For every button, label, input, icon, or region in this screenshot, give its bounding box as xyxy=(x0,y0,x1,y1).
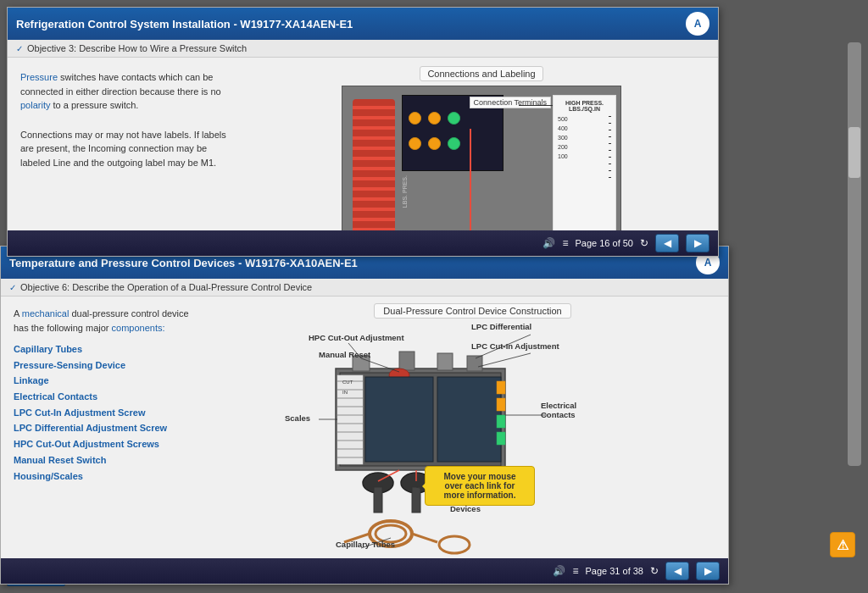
bottom-left-panel: A mechanical dual-pressure control devic… xyxy=(1,296,217,590)
svg-rect-20 xyxy=(437,377,501,462)
bottom-window: Temperature and Pressure Control Devices… xyxy=(0,246,729,585)
pressure-highlight: Pressure xyxy=(20,72,58,82)
pressure-switch-image: HIGH PRESS.LBS./SQ.IN 500400300200100 LB… xyxy=(342,86,621,253)
lpc-cutin-label: LPC Cut-In Adjustment xyxy=(471,341,559,351)
yellow-cap-4 xyxy=(428,137,441,150)
top-menu-icon[interactable]: ≡ xyxy=(562,237,568,249)
polarity-highlight: polarity xyxy=(20,100,50,110)
bottom-right-panel: Dual-Pressure Control Device Constructio… xyxy=(217,296,728,590)
bottom-objective-text: Objective 6: Describe the Operation of a… xyxy=(20,282,312,292)
mechanical-highlight: mechanical xyxy=(22,308,70,319)
warning-badge[interactable]: ⚠ xyxy=(830,532,855,557)
bottom-content-area: A mechanical dual-pressure control devic… xyxy=(1,296,728,590)
terminal-line xyxy=(519,105,553,106)
top-speaker-icon[interactable]: 🔊 xyxy=(542,237,555,249)
bottom-window-bottom-bar: 🔊 ≡ Page 31 of 38 ↻ ◀ ▶ xyxy=(1,558,728,584)
svg-rect-27 xyxy=(374,487,382,513)
spring-visual xyxy=(353,99,395,235)
electrical-contacts-label: ElectricalContacts xyxy=(541,401,576,419)
yellow-caps-row1 xyxy=(409,112,460,125)
link-lpc-cutin[interactable]: LPC Cut-In Adjustment Screw xyxy=(14,405,204,421)
bottom-page-info: Page 31 of 38 xyxy=(585,566,643,576)
bottom-refresh-icon[interactable]: ↻ xyxy=(650,565,659,577)
svg-text:IN: IN xyxy=(342,390,348,395)
top-next-btn[interactable]: ▶ xyxy=(686,234,709,252)
scrollbar[interactable] xyxy=(848,42,861,466)
bottom-check-icon: ✓ xyxy=(9,283,16,292)
diagram-title-wrap: Connections and Labeling xyxy=(420,66,542,81)
top-window: Refrigeration Control System Installatio… xyxy=(7,7,719,257)
link-capillary-tubes[interactable]: Capillary Tubes xyxy=(14,341,204,357)
yellow-cap-1 xyxy=(409,112,421,125)
link-linkage[interactable]: Linkage xyxy=(14,373,204,389)
svg-rect-24 xyxy=(497,432,505,445)
top-page-info: Page 16 of 50 xyxy=(575,238,633,248)
component-list: Capillary Tubes Pressure-Sensing Device … xyxy=(14,341,204,484)
tooltip-text: Move your mouse over each link for more … xyxy=(443,472,515,500)
manual-reset-label: Manual Reset xyxy=(319,350,370,359)
scrollbar-thumb[interactable] xyxy=(849,127,860,178)
dual-pressure-title: Dual-Pressure Control Device Constructio… xyxy=(374,303,570,319)
top-objective-text: Objective 3: Describe How to Wire a Pres… xyxy=(27,43,247,53)
red-wire xyxy=(470,129,471,230)
top-logo: A xyxy=(686,12,709,36)
svg-rect-3 xyxy=(437,353,453,370)
yellow-caps-row2 xyxy=(409,137,460,150)
link-manual-reset[interactable]: Manual Reset Switch xyxy=(14,452,204,468)
bottom-diagram-title-box: Dual-Pressure Control Device Constructio… xyxy=(224,303,721,319)
scales-label: Scales xyxy=(285,413,310,423)
svg-rect-21 xyxy=(497,381,505,394)
green-cap-1 xyxy=(448,112,460,125)
top-title-bar: Refrigeration Control System Installatio… xyxy=(8,8,718,40)
check-icon: ✓ xyxy=(16,44,23,53)
svg-line-32 xyxy=(412,534,437,542)
yellow-cap-2 xyxy=(428,112,441,125)
lpc-differential-label: LPC Differential xyxy=(471,322,531,331)
device-svg: CUT IN xyxy=(268,318,581,559)
svg-rect-2 xyxy=(399,352,415,370)
bottom-speaker-icon[interactable]: 🔊 xyxy=(553,565,565,577)
svg-rect-22 xyxy=(497,398,505,411)
connection-terminal-label: Connection Terminals xyxy=(470,97,551,108)
top-paragraph-2: Connections may or may not have labels. … xyxy=(20,128,232,170)
svg-text:CUT: CUT xyxy=(342,380,353,385)
link-hpc-cutout[interactable]: HPC Cut-Out Adjustment Screws xyxy=(14,436,204,452)
lbs-pres-label: LBS. PRES. xyxy=(402,175,408,208)
top-refresh-icon[interactable]: ↻ xyxy=(640,237,648,249)
svg-rect-4 xyxy=(467,356,482,371)
capillary-tubes-label: Capillary Tubes xyxy=(336,540,395,549)
components-highlight: components: xyxy=(112,323,165,333)
bottom-menu-icon[interactable]: ≡ xyxy=(572,565,578,577)
bottom-prev-btn[interactable]: ◀ xyxy=(665,562,689,580)
connections-title: Connections and Labeling xyxy=(420,66,542,81)
device-svg-container: CUT IN xyxy=(268,318,581,563)
link-lpc-differential[interactable]: LPC Differential Adjustment Screw xyxy=(14,420,204,436)
scale-right: HIGH PRESS.LBS./SQ.IN 500400300200100 xyxy=(553,95,616,243)
intro-text: A mechanical dual-pressure control devic… xyxy=(14,307,204,335)
link-pressure-sensing[interactable]: Pressure-Sensing Device xyxy=(14,357,204,374)
svg-rect-23 xyxy=(497,415,505,428)
svg-point-33 xyxy=(439,536,470,553)
right-sidebar xyxy=(724,0,868,593)
main-container: Refrigeration Control System Installatio… xyxy=(0,0,868,593)
top-objective-bar: ✓ Objective 3: Describe How to Wire a Pr… xyxy=(8,40,718,58)
yellow-cap-3 xyxy=(409,137,421,150)
tooltip-box: Move your mouse over each link for more … xyxy=(425,466,535,506)
top-prev-btn[interactable]: ◀ xyxy=(655,234,679,252)
link-housing-scales[interactable]: Housing/Scales xyxy=(14,468,204,485)
hpc-cutout-label: HPC Cut-Out Adjustment xyxy=(309,333,404,342)
svg-rect-6 xyxy=(337,375,363,464)
top-window-bottom-bar: 🔊 ≡ Page 16 of 50 ↻ ◀ ▶ xyxy=(8,230,718,256)
bottom-objective-bar: ✓ Objective 6: Describe the Operation of… xyxy=(1,279,728,296)
svg-rect-19 xyxy=(365,377,433,462)
bottom-next-btn[interactable]: ▶ xyxy=(696,562,720,580)
svg-line-39 xyxy=(478,353,531,367)
svg-rect-28 xyxy=(412,487,420,513)
green-cap-2 xyxy=(448,137,460,150)
top-paragraph-1: Pressure switches have contacts which ca… xyxy=(20,70,232,113)
link-electrical-contacts[interactable]: Electrical Contacts xyxy=(14,389,204,405)
top-window-title: Refrigeration Control System Installatio… xyxy=(16,18,353,30)
